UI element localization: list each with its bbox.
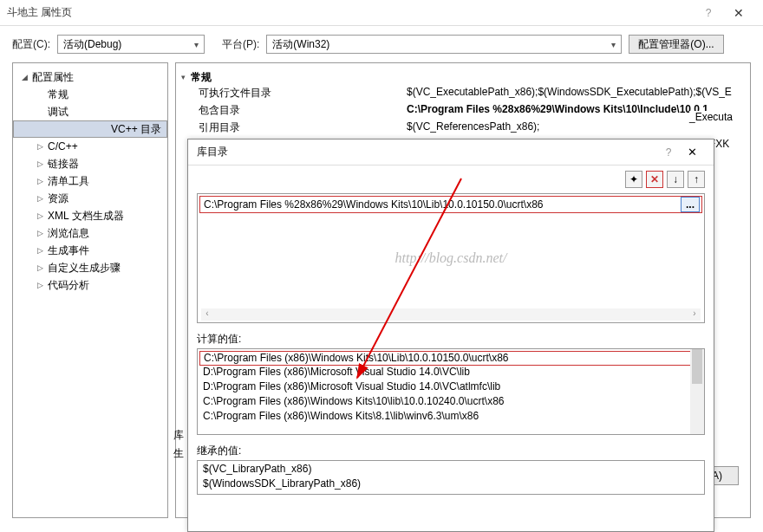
scroll-thumb[interactable] (692, 349, 702, 384)
close-icon[interactable]: ✕ (679, 146, 705, 159)
prop-key: 可执行文件目录 (199, 86, 407, 103)
calc-line: D:\Program Files (x86)\Microsoft Visual … (199, 380, 702, 395)
platform-label: 平台(P): (222, 37, 259, 52)
main-titlebar: 斗地主 属性页 ? ✕ (0, 0, 763, 26)
tree-item[interactable]: ▷清单工具 (13, 172, 167, 190)
config-select[interactable]: 活动(Debug)▾ (57, 35, 205, 54)
calc-label: 计算的值: (188, 323, 714, 348)
platform-select[interactable]: 活动(Win32)▾ (266, 35, 622, 54)
dialog-toolbar: ✦ ✕ ↓ ↑ (188, 165, 714, 193)
delete-button[interactable]: ✕ (646, 171, 663, 188)
watermark: http://blog.csdn.net/ (395, 250, 507, 266)
expand-icon[interactable]: ▷ (37, 194, 48, 203)
calc-line: C:\Program Files (x86)\Windows Kits\8.1\… (199, 410, 702, 425)
move-down-button[interactable]: ↓ (667, 171, 684, 188)
tree-item[interactable]: ▷浏览信息 (13, 224, 167, 242)
expand-icon[interactable]: ▷ (37, 211, 48, 220)
group-header[interactable]: ▾ 常规 (181, 68, 745, 86)
tree-item[interactable]: 常规 (13, 86, 167, 103)
prop-key: 引用目录 (199, 120, 407, 138)
property-row[interactable]: 引用目录$(VC_ReferencesPath_x86); (181, 120, 745, 138)
dialog-title: 库目录 (197, 145, 658, 159)
tree-item[interactable]: ▷生成事件 (13, 242, 167, 259)
inherit-values-list: $(VC_LibraryPath_x86)$(WindowsSDK_Librar… (197, 460, 705, 495)
inherit-line: $(WindowsSDK_LibraryPath_x86) (199, 477, 702, 492)
scroll-left-icon[interactable]: ‹ (201, 308, 213, 321)
tree-item[interactable]: VC++ 目录 (13, 120, 167, 138)
truncated-text: _Executa (689, 111, 733, 123)
calc-line: D:\Program Files (x86)\Microsoft Visual … (199, 366, 702, 380)
calc-values-list[interactable]: C:\Program Files (x86)\Windows Kits\10\L… (197, 348, 705, 435)
path-list[interactable]: ... http://blog.csdn.net/ ‹ › (197, 193, 705, 323)
property-row[interactable]: 可执行文件目录$(VC_ExecutablePath_x86);$(Window… (181, 86, 745, 103)
tree-item[interactable]: ▷C/C++ (13, 138, 167, 155)
move-up-button[interactable]: ↑ (688, 171, 705, 188)
scroll-right-icon[interactable]: › (688, 308, 701, 321)
window-title: 斗地主 属性页 (7, 5, 695, 20)
close-icon[interactable]: ✕ (721, 6, 756, 20)
expand-icon[interactable]: ▷ (37, 263, 48, 272)
v-scrollbar[interactable] (690, 349, 704, 434)
path-row-active[interactable]: ... (199, 196, 702, 213)
tree-item[interactable]: 调试 (13, 103, 167, 120)
tree-item[interactable]: ▷自定义生成步骤 (13, 259, 167, 276)
calc-line: C:\Program Files (x86)\Windows Kits\10\l… (199, 395, 702, 410)
browse-button[interactable]: ... (681, 197, 700, 212)
chevron-down-icon: ▾ (611, 40, 616, 49)
chevron-down-icon: ▾ (194, 40, 199, 49)
dialog-titlebar: 库目录 ? ✕ (188, 139, 714, 165)
inherit-line: $(VC_LibraryPath_x86) (199, 463, 702, 477)
h-scrollbar[interactable]: ‹ › (201, 308, 701, 321)
prop-value[interactable]: $(VC_ExecutablePath_x86);$(WindowsSDK_Ex… (407, 86, 745, 103)
help-icon[interactable]: ? (695, 7, 721, 19)
property-row[interactable]: 包含目录C:\Program Files %28x86%29\Windows K… (181, 103, 745, 120)
config-bar: 配置(C): 活动(Debug)▾ 平台(P): 活动(Win32)▾ 配置管理… (0, 26, 763, 62)
prop-key: 包含目录 (199, 103, 407, 120)
tree-item[interactable]: ▷资源 (13, 190, 167, 207)
chevron-down-icon: ▾ (181, 73, 186, 81)
behind-labels: 库 生 (173, 428, 184, 461)
config-manager-button[interactable]: 配置管理器(O)... (629, 35, 723, 54)
collapse-icon[interactable]: ◢ (22, 73, 32, 81)
tree-root[interactable]: ◢ 配置属性 (13, 68, 167, 86)
tree-item[interactable]: ▷链接器 (13, 155, 167, 172)
library-dirs-dialog: 库目录 ? ✕ ✦ ✕ ↓ ↑ ... http://blog.csdn.net… (187, 139, 714, 532)
expand-icon[interactable]: ▷ (37, 159, 48, 168)
expand-icon[interactable]: ▷ (37, 246, 48, 255)
nav-tree[interactable]: ◢ 配置属性 常规调试VC++ 目录▷C/C++▷链接器▷清单工具▷资源▷XML… (12, 62, 168, 518)
config-label: 配置(C): (12, 37, 50, 52)
help-icon[interactable]: ? (658, 146, 679, 159)
expand-icon[interactable]: ▷ (37, 142, 48, 151)
prop-value[interactable]: $(VC_ReferencesPath_x86); (407, 120, 745, 138)
expand-icon[interactable]: ▷ (37, 229, 48, 237)
path-input[interactable] (200, 198, 681, 211)
expand-icon[interactable]: ▷ (37, 281, 48, 289)
expand-icon[interactable]: ▷ (37, 177, 48, 185)
tree-item[interactable]: ▷代码分析 (13, 276, 167, 294)
calc-line: C:\Program Files (x86)\Windows Kits\10\L… (199, 351, 702, 366)
new-line-button[interactable]: ✦ (625, 171, 642, 188)
tree-item[interactable]: ▷XML 文档生成器 (13, 207, 167, 224)
inherit-label: 继承的值: (188, 435, 714, 460)
